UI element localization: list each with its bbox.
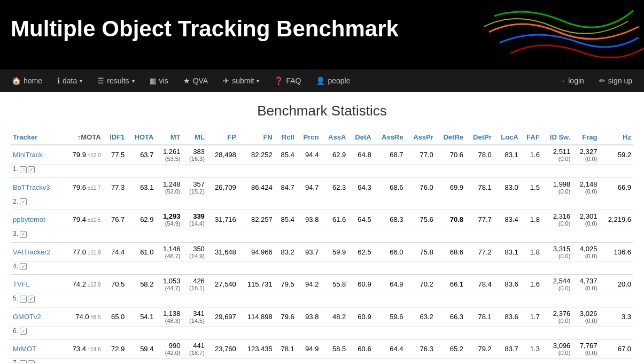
col-frag[interactable]: Frag xyxy=(572,130,599,145)
hota-value: 54.1 xyxy=(127,307,156,326)
fp-value: 31,716 xyxy=(207,210,238,229)
col-hota[interactable]: HOTA xyxy=(127,130,156,145)
tracker-link[interactable]: TVFL xyxy=(13,280,30,288)
mt-value: 1,053(44.7) xyxy=(156,275,182,294)
hota-value: 63.7 xyxy=(127,145,156,165)
detre-value: 66.1 xyxy=(436,275,465,294)
tracker-link[interactable]: BoTTrackv3 xyxy=(13,183,50,191)
col-faf[interactable]: FAF xyxy=(521,130,542,145)
tracker-cell: MrMOT xyxy=(11,339,63,359)
nav-people-label: people xyxy=(328,76,350,85)
signup-icon: ✏ xyxy=(599,76,606,85)
checkbox-checked[interactable]: ✓ xyxy=(28,166,35,173)
table-row: MrMOT73.4 ±14.672.959.4990(42.0)441(18.7… xyxy=(11,339,633,359)
faf-value: 1.3 xyxy=(521,339,542,359)
nav-faq[interactable]: ❓ FAQ xyxy=(268,72,307,89)
checkbox-checked[interactable]: ✓ xyxy=(28,360,35,364)
navbar: 🏠 home ℹ data ▾ ☰ results ▾ ▦ vis ★ QVA … xyxy=(0,69,644,92)
tracker-link[interactable]: MiniTrack xyxy=(13,151,43,159)
checkbox-checked[interactable]: ✓ xyxy=(20,198,27,205)
col-fp[interactable]: FP xyxy=(207,130,238,145)
idsw-value: 3,096(0.0) xyxy=(542,339,572,359)
col-assa[interactable]: AssA xyxy=(321,130,348,145)
nav-results[interactable]: ☰ results ▾ xyxy=(91,72,141,89)
nav-submit[interactable]: ✈ submit ▾ xyxy=(216,72,266,89)
nav-results-label: results xyxy=(107,76,129,85)
tracker-cell: ppbytemot xyxy=(11,210,63,229)
fp-value: 26,709 xyxy=(207,177,238,197)
col-fn[interactable]: FN xyxy=(238,130,275,145)
col-idf1[interactable]: IDF1 xyxy=(103,130,127,145)
col-mt[interactable]: MT xyxy=(156,130,182,145)
nav-login[interactable]: → login xyxy=(552,72,591,89)
faf-value: 1.5 xyxy=(521,177,542,197)
detpr-value: 77.7 xyxy=(465,210,494,229)
nav-people[interactable]: 👤 people xyxy=(309,72,356,89)
tracker-cell: BoTTrackv3 xyxy=(11,177,63,197)
ml-value: 339(14.4) xyxy=(183,210,207,229)
rank-row: 2. ✓ xyxy=(11,197,633,210)
page-title: Benchmark Statistics xyxy=(11,103,633,119)
col-hz[interactable]: Hz xyxy=(599,130,633,145)
checkbox-empty[interactable]: ○ xyxy=(20,360,27,364)
nav-left: 🏠 home ℹ data ▾ ☰ results ▾ ▦ vis ★ QVA … xyxy=(5,72,552,89)
tracker-cell: TVFL xyxy=(11,275,63,294)
benchmark-table: Tracker ↑MOTA IDF1 HOTA MT ML FP FN Rcll… xyxy=(11,130,633,363)
nav-signup[interactable]: ✏ sign up xyxy=(593,72,639,89)
rank-cell: 1. ○✓ xyxy=(11,165,633,178)
vis-icon: ▦ xyxy=(150,76,157,85)
col-detpr[interactable]: DetPr xyxy=(465,130,494,145)
checkbox-checked[interactable]: ✓ xyxy=(20,328,27,335)
asspr-value: 75.8 xyxy=(405,242,435,261)
col-ml[interactable]: ML xyxy=(183,130,207,145)
nav-login-label: login xyxy=(568,76,584,85)
data-dropdown-icon: ▾ xyxy=(80,78,82,84)
col-mota[interactable]: ↑MOTA xyxy=(63,130,103,145)
col-idsw[interactable]: ID Sw. xyxy=(542,130,572,145)
ml-value: 383(16.3) xyxy=(183,145,207,165)
tracker-link[interactable]: VAITracker2 xyxy=(13,248,51,256)
idsw-value: 2,511(0.0) xyxy=(542,145,572,165)
col-loca[interactable]: LocA xyxy=(494,130,521,145)
nav-qva[interactable]: ★ QVA xyxy=(177,72,215,89)
nav-home[interactable]: 🏠 home xyxy=(5,72,49,89)
home-icon: 🏠 xyxy=(12,76,21,85)
tracker-link[interactable]: GMOTv2 xyxy=(13,313,41,321)
assre-value: 66.0 xyxy=(374,242,406,261)
tracker-link[interactable]: MrMOT xyxy=(13,345,36,353)
submit-dropdown-icon: ▾ xyxy=(257,78,259,84)
hota-value: 59.4 xyxy=(127,339,156,359)
tracker-cell: VAITracker2 xyxy=(11,242,63,261)
tracker-link[interactable]: ppbytemot xyxy=(13,215,45,223)
nav-vis[interactable]: ▦ vis xyxy=(143,72,175,89)
deta-value: 60.9 xyxy=(348,275,373,294)
rcll-value: 85.4 xyxy=(275,210,297,229)
col-tracker[interactable]: Tracker xyxy=(11,130,63,145)
col-detre[interactable]: DetRe xyxy=(436,130,465,145)
checkbox-empty[interactable]: ○ xyxy=(20,296,27,303)
nav-data[interactable]: ℹ data ▾ xyxy=(51,72,89,89)
nav-home-label: home xyxy=(24,76,42,85)
col-prcn[interactable]: Prcn xyxy=(297,130,321,145)
mt-value: 1,146(48.7) xyxy=(156,242,182,261)
checkbox-checked[interactable]: ✓ xyxy=(28,296,35,303)
checkbox-empty[interactable]: ○ xyxy=(20,166,27,173)
fn-value: 82,257 xyxy=(238,210,275,229)
prcn-value: 94.2 xyxy=(297,275,321,294)
ml-value: 341(14.5) xyxy=(183,307,207,326)
loca-value: 83.0 xyxy=(494,177,521,197)
idsw-value: 2,376(0.0) xyxy=(542,307,572,326)
mt-value: 1,261(53.5) xyxy=(156,145,182,165)
idf1-value: 70.5 xyxy=(103,275,127,294)
col-asspr[interactable]: AssPr xyxy=(405,130,435,145)
login-icon: → xyxy=(558,76,565,85)
checkbox-checked[interactable]: ✓ xyxy=(20,231,27,238)
col-rcll[interactable]: Rcll xyxy=(275,130,297,145)
checkbox-checked[interactable]: ✓ xyxy=(20,263,27,270)
asspr-value: 75.6 xyxy=(405,210,435,229)
col-deta[interactable]: DetA xyxy=(348,130,373,145)
col-assre[interactable]: AssRe xyxy=(374,130,406,145)
assa-value: 58.5 xyxy=(321,339,348,359)
prcn-value: 93.8 xyxy=(297,307,321,326)
idf1-value: 77.5 xyxy=(103,145,127,165)
